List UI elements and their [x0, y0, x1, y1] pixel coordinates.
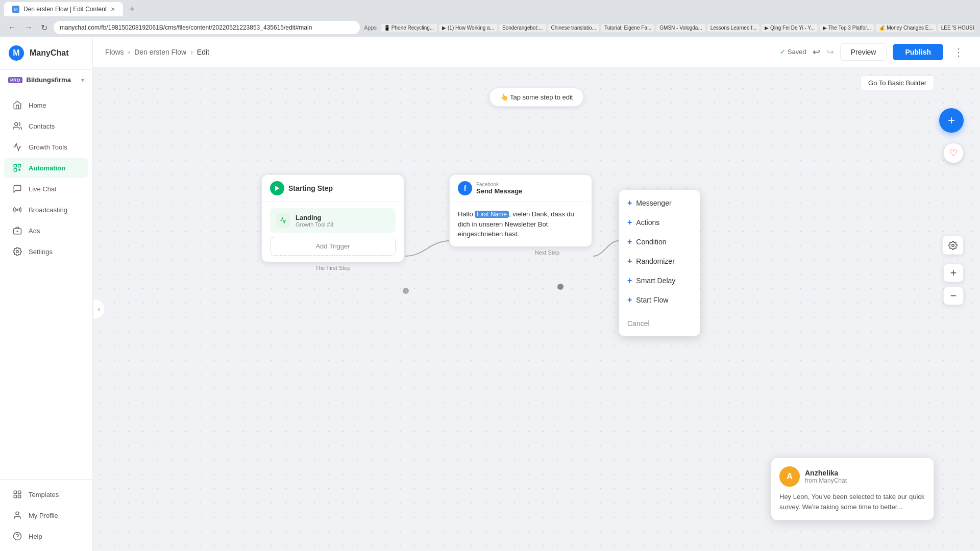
canvas[interactable]: Go To Basic Builder 👆 Tap some step to e… [93, 67, 980, 551]
breadcrumb-current: Edit [197, 48, 209, 56]
sidebar-nav: Home Contacts Growth Tools [0, 90, 92, 479]
message-header-text: Facebook Send Message [476, 182, 522, 195]
redo-btn[interactable]: ↪ [826, 46, 834, 58]
context-menu-cancel[interactable]: Cancel [619, 314, 700, 333]
new-tab-btn[interactable]: + [125, 4, 139, 15]
templates-icon [12, 489, 22, 499]
favorite-btn[interactable]: ♡ [943, 143, 964, 163]
next-step-label: Next Step [535, 249, 559, 256]
sidebar-item-ads-label: Ads [29, 227, 40, 235]
bookmarks-bar: Apps 📱 Phone Recycling... ▶ (1) How Work… [364, 24, 974, 32]
context-menu-messenger[interactable]: + Messenger [619, 193, 700, 213]
starting-step-icon [270, 181, 284, 195]
svg-rect-12 [18, 491, 21, 493]
live-chat-icon [12, 184, 22, 194]
tab-close-btn[interactable]: × [111, 5, 115, 13]
starting-node-header: Starting Step [262, 175, 404, 202]
sidebar-bottom: Templates My Profile Help [0, 479, 92, 551]
tooltip-text: 👆 Tap some step to edit [500, 93, 573, 101]
back-btn[interactable]: ← [6, 22, 18, 33]
undo-btn[interactable]: ↩ [813, 46, 820, 58]
header: Flows › Den ersten Flow › Edit ✓ Saved ↩… [93, 37, 980, 67]
help-icon [12, 531, 22, 541]
svg-marker-20 [275, 186, 279, 191]
sidebar-item-live-chat-label: Live Chat [29, 185, 57, 193]
sidebar-item-automation-label: Automation [29, 164, 65, 172]
bookmark-10[interactable]: 💰 Money Changes E... [876, 24, 936, 32]
breadcrumb-flow-name[interactable]: Den ersten Flow [134, 48, 186, 56]
zoom-out-btn[interactable]: − [943, 287, 964, 305]
sidebar-item-settings[interactable]: Settings [4, 241, 88, 262]
breadcrumb: Flows › Den ersten Flow › Edit [105, 48, 209, 56]
context-menu-start-flow[interactable]: + Start Flow [619, 290, 700, 310]
settings-icon [12, 246, 22, 257]
breadcrumb-flows[interactable]: Flows [105, 48, 124, 56]
my-profile-icon [12, 510, 22, 520]
plus-icon-start-flow: + [627, 295, 632, 305]
forward-btn[interactable]: → [22, 22, 35, 33]
add-trigger-btn[interactable]: Add Trigger [270, 237, 396, 256]
context-menu-actions[interactable]: + Actions [619, 213, 700, 232]
account-name: Bildungsfirma [27, 76, 77, 84]
message-node[interactable]: f Facebook Send Message Hallo First Name… [449, 174, 592, 247]
manychat-logo: M [8, 45, 24, 61]
url-bar[interactable]: manychat.com/fb/198150208192061B/cms/fil… [54, 21, 360, 34]
sidebar-item-broadcasting[interactable]: Broadcasting [4, 199, 88, 220]
zoom-in-btn[interactable]: + [943, 264, 964, 282]
context-menu: + Messenger + Actions + Condition + Rand… [619, 190, 700, 336]
sidebar-item-my-profile-label: My Profile [29, 512, 58, 519]
plus-icon-messenger: + [627, 198, 632, 208]
publish-btn[interactable]: Publish [893, 44, 943, 60]
goto-basic-builder-btn[interactable]: Go To Basic Builder [861, 76, 934, 90]
sidebar-item-templates-label: Templates [29, 491, 59, 498]
svg-rect-3 [14, 164, 16, 167]
refresh-btn[interactable]: ↻ [39, 22, 50, 34]
sidebar-item-growth-tools[interactable]: Growth Tools [4, 137, 88, 157]
chat-notification[interactable]: A Anzhelika from ManyChat Hey Leon, You'… [771, 458, 934, 520]
sidebar-item-home[interactable]: Home [4, 95, 88, 115]
sidebar-item-automation[interactable]: Automation [4, 158, 88, 178]
active-tab[interactable]: M Den ersten Flow | Edit Content × [4, 2, 123, 16]
preview-btn[interactable]: Preview [840, 43, 887, 61]
bookmark-5[interactable]: Tutorial: Eigene Fa... [601, 24, 654, 32]
canvas-settings-btn[interactable] [943, 236, 963, 255]
sidebar-item-templates[interactable]: Templates [4, 484, 88, 505]
starting-node-title: Starting Step [288, 184, 333, 192]
sidebar-item-my-profile[interactable]: My Profile [4, 505, 88, 525]
sidebar-account[interactable]: PRO Bildungsfirma ▾ [0, 70, 92, 90]
browser-chrome: M Den ersten Flow | Edit Content × + ← →… [0, 0, 980, 37]
bookmark-2[interactable]: ▶ (1) How Working a... [439, 24, 497, 32]
context-menu-smart-delay[interactable]: + Smart Delay [619, 271, 700, 290]
bookmark-1[interactable]: 📱 Phone Recycling... [381, 24, 437, 32]
bookmark-8[interactable]: ▶ Qing Fei De Yi - Y... [762, 24, 818, 32]
starting-step-node[interactable]: Starting Step Landing Growth Tool #3 Add… [261, 174, 404, 262]
more-options-btn[interactable]: ⋮ [949, 44, 968, 60]
ads-icon [12, 226, 22, 236]
bookmark-9[interactable]: ▶ The Top 3 Platfor... [820, 24, 874, 32]
bookmark-4[interactable]: Chinese translatio... [548, 24, 599, 32]
add-icon: + [948, 113, 955, 128]
svg-rect-11 [14, 491, 16, 493]
tap-to-edit-tooltip: 👆 Tap some step to edit [489, 88, 584, 107]
context-menu-condition[interactable]: + Condition [619, 232, 700, 252]
bookmark-11[interactable]: LEE 'S HOUSE-... [938, 24, 974, 32]
main-content: Flows › Den ersten Flow › Edit ✓ Saved ↩… [93, 37, 980, 551]
svg-point-10 [16, 251, 19, 253]
chat-agent-name: Anzhelika [805, 469, 847, 477]
sidebar-item-contacts[interactable]: Contacts [4, 116, 88, 136]
trigger-item[interactable]: Landing Growth Tool #3 [270, 208, 396, 233]
trigger-sub: Growth Tool #3 [296, 221, 333, 228]
sidebar-item-ads[interactable]: Ads [4, 220, 88, 241]
pro-badge: PRO [8, 77, 22, 83]
bookmark-7[interactable]: Lessons Learned f... [707, 24, 760, 32]
tab-bar: M Den ersten Flow | Edit Content × + [0, 0, 980, 18]
chat-agent-avatar: A [779, 466, 800, 487]
bookmark-6[interactable]: GMSN - Vologda... [656, 24, 705, 32]
context-menu-randomizer[interactable]: + Randomizer [619, 252, 700, 271]
sidebar-item-help[interactable]: Help [4, 526, 88, 546]
menu-item-smart-delay-label: Smart Delay [636, 277, 675, 285]
breadcrumb-sep-1: › [128, 48, 131, 56]
add-step-fab[interactable]: + [939, 108, 964, 133]
sidebar-item-live-chat[interactable]: Live Chat [4, 179, 88, 199]
bookmark-3[interactable]: Sonderangebot:... [499, 24, 546, 32]
